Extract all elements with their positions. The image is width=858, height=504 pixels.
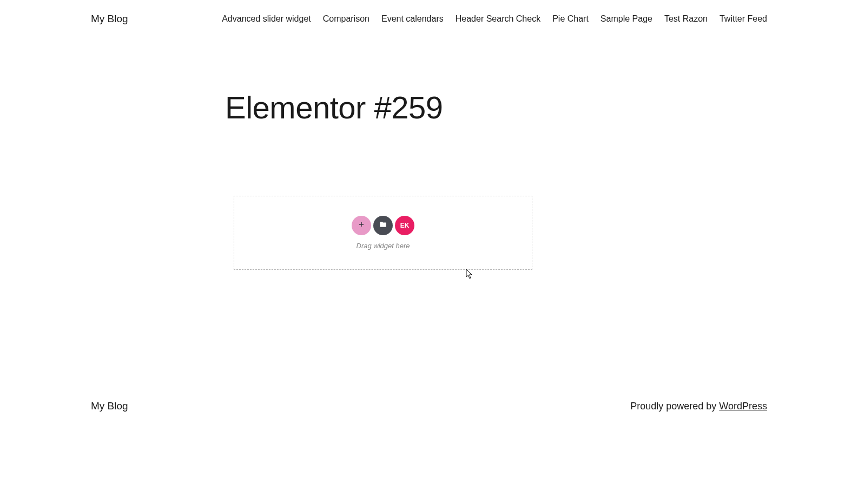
cursor-icon (466, 269, 474, 281)
nav-item-twitter-feed[interactable]: Twitter Feed (720, 14, 767, 24)
drag-hint-text: Drag widget here (357, 242, 410, 250)
nav-item-advanced-slider[interactable]: Advanced slider widget (222, 14, 311, 24)
site-header: My Blog Advanced slider widget Compariso… (0, 0, 858, 38)
editor-button-group: EK (352, 216, 414, 235)
nav-item-test-razon[interactable]: Test Razon (664, 14, 708, 24)
ek-icon: EK (400, 222, 410, 229)
footer-site-title[interactable]: My Blog (91, 400, 128, 412)
powered-by-text: Proudly powered by (630, 401, 719, 412)
elementor-drop-area[interactable]: EK Drag widget here (234, 196, 532, 270)
page-title: Elementor #259 (225, 89, 858, 125)
nav-item-pie-chart[interactable]: Pie Chart (552, 14, 589, 24)
site-footer: My Blog Proudly powered by WordPress (0, 400, 858, 412)
nav-item-sample-page[interactable]: Sample Page (600, 14, 652, 24)
template-library-button[interactable] (373, 216, 393, 235)
nav-item-event-calendars[interactable]: Event calendars (381, 14, 444, 24)
plus-icon (358, 221, 365, 230)
nav-menu: Advanced slider widget Comparison Event … (222, 14, 767, 24)
wordpress-link[interactable]: WordPress (719, 401, 767, 412)
elementskit-button[interactable]: EK (395, 216, 414, 235)
folder-icon (379, 221, 387, 230)
nav-item-comparison[interactable]: Comparison (323, 14, 369, 24)
add-section-button[interactable] (352, 216, 371, 235)
footer-credit: Proudly powered by WordPress (630, 401, 767, 412)
site-title[interactable]: My Blog (91, 13, 128, 25)
nav-item-header-search-check[interactable]: Header Search Check (456, 14, 540, 24)
